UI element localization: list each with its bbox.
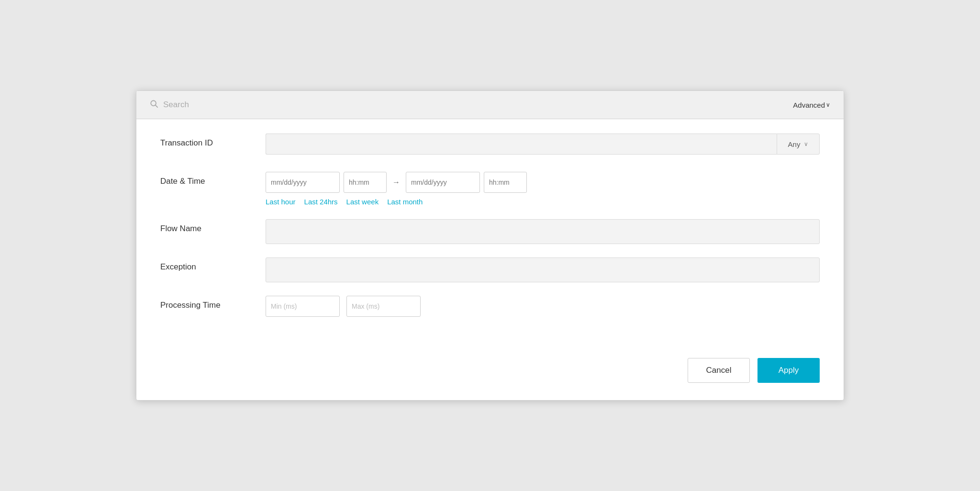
flow-name-input[interactable] bbox=[266, 219, 820, 244]
dropdown-arrow-icon: ∨ bbox=[804, 141, 808, 147]
advanced-toggle[interactable]: Advanced∨ bbox=[793, 101, 830, 109]
chevron-down-icon: ∨ bbox=[826, 101, 830, 108]
modal-container: Search Advanced∨ Transaction ID Any ∨ Da… bbox=[136, 90, 844, 401]
flow-name-controls bbox=[266, 219, 820, 244]
quick-link-last-week[interactable]: Last week bbox=[346, 198, 379, 206]
date-time-label: Date & Time bbox=[160, 172, 266, 186]
exception-row: Exception bbox=[160, 257, 820, 282]
form-body: Transaction ID Any ∨ Date & Time → bbox=[136, 119, 844, 348]
quick-links: Last hour Last 24hrs Last week Last mont… bbox=[266, 198, 820, 206]
to-time-input[interactable] bbox=[484, 172, 527, 193]
exception-controls bbox=[266, 257, 820, 282]
search-placeholder: Search bbox=[163, 100, 189, 110]
search-left: Search bbox=[150, 100, 793, 110]
min-ms-input[interactable] bbox=[266, 296, 340, 317]
search-bar: Search Advanced∨ bbox=[136, 91, 844, 119]
quick-link-last-month[interactable]: Last month bbox=[387, 198, 423, 206]
transaction-id-input-row: Any ∨ bbox=[266, 134, 820, 155]
to-date-input[interactable] bbox=[406, 172, 480, 193]
advanced-label: Advanced bbox=[793, 101, 825, 109]
cancel-button[interactable]: Cancel bbox=[688, 358, 750, 383]
transaction-id-row: Transaction ID Any ∨ bbox=[160, 134, 820, 158]
from-date-input[interactable] bbox=[266, 172, 340, 193]
from-time-input[interactable] bbox=[344, 172, 387, 193]
exception-input[interactable] bbox=[266, 257, 820, 282]
processing-time-label: Processing Time bbox=[160, 296, 266, 310]
any-dropdown[interactable]: Any ∨ bbox=[777, 134, 820, 155]
flow-name-label: Flow Name bbox=[160, 219, 266, 234]
date-time-controls: → Last hour Last 24hrs Last week Last mo… bbox=[266, 172, 820, 206]
quick-link-last-hour[interactable]: Last hour bbox=[266, 198, 296, 206]
datetime-inputs-row: → bbox=[266, 172, 820, 193]
arrow-separator: → bbox=[390, 178, 402, 187]
transaction-id-controls: Any ∨ bbox=[266, 134, 820, 155]
apply-button[interactable]: Apply bbox=[757, 358, 820, 383]
transaction-id-label: Transaction ID bbox=[160, 134, 266, 148]
processing-inputs-row bbox=[266, 296, 820, 317]
flow-name-row: Flow Name bbox=[160, 219, 820, 244]
date-time-row: Date & Time → Last hour Last 24hrs Last … bbox=[160, 172, 820, 206]
any-dropdown-value: Any bbox=[788, 140, 801, 148]
quick-link-last-24hrs[interactable]: Last 24hrs bbox=[304, 198, 338, 206]
processing-time-controls bbox=[266, 296, 820, 317]
exception-label: Exception bbox=[160, 257, 266, 272]
transaction-id-input[interactable] bbox=[266, 134, 777, 155]
svg-line-1 bbox=[156, 105, 158, 108]
max-ms-input[interactable] bbox=[346, 296, 421, 317]
processing-time-row: Processing Time bbox=[160, 296, 820, 321]
form-footer: Cancel Apply bbox=[136, 348, 844, 400]
search-icon bbox=[150, 100, 158, 110]
